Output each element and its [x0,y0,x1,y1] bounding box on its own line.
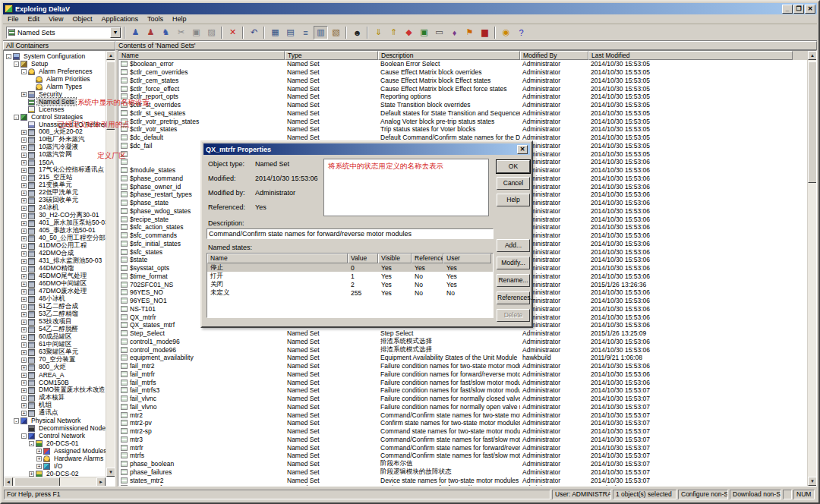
tree-item[interactable]: +10蒸汽管网 [4,151,106,159]
rename-button[interactable]: Rename... [497,274,530,287]
expand-icon[interactable]: + [21,304,27,310]
table-row[interactable]: $ctlr_force_effectNamed SetCause Effect … [118,84,807,93]
table-row[interactable]: control1_mode96Named Set排渣系统模式选择Administ… [118,338,807,346]
tree-item[interactable]: -Setup [4,60,106,68]
table-row[interactable]: $ctlr_cem_overridesNamed SetCause Effect… [118,68,807,77]
expand-icon[interactable]: + [29,471,34,477]
assign-icon[interactable]: ◆ [402,26,416,39]
download-icon[interactable]: ⇓ [371,26,386,39]
expand-icon[interactable]: + [21,358,27,363]
expand-icon[interactable]: + [21,274,27,279]
expand-icon[interactable]: + [36,449,42,454]
table-row[interactable]: $ctlr_cem_statesNamed SetCause Effect Ma… [118,77,807,85]
tree-item[interactable]: -20-DCS-01 [4,439,106,447]
table-row[interactable]: fail_mtrfrNamed SetFailure condition nam… [118,370,807,379]
copy-icon[interactable]: ▣ [189,26,203,39]
paste-icon[interactable]: ▨ [204,26,219,39]
table-row[interactable]: fail_vlvnoNamed SetFailure condition nam… [118,403,807,411]
object-type-combobox[interactable]: Named Sets ▼ [6,27,121,39]
modify-button[interactable]: Modify... [497,257,530,269]
expand-icon[interactable]: + [21,297,27,302]
expand-icon[interactable]: + [21,153,27,158]
expand-icon[interactable]: + [21,236,27,241]
cancel-button[interactable]: Cancel [497,177,530,190]
tree-item[interactable]: -Physical Network [4,417,106,424]
help-button[interactable]: Help [497,194,530,206]
list-vertical-scrollbar[interactable]: ▲ ▼ [807,51,816,486]
menu-item-help[interactable]: Help [168,14,191,24]
help-icon[interactable]: ? [514,26,528,39]
table-row[interactable]: $ctlr_votr_statesNamed SetTrip status st… [118,125,807,134]
expand-icon[interactable]: + [21,380,27,386]
cut-icon[interactable]: ✂ [174,26,188,39]
menu-item-object[interactable]: Object [68,14,96,24]
table-row[interactable]: fail_mtrfsNamed SetFailure condition nam… [118,378,807,386]
table-row[interactable]: mtr2Named SetCommand/Confirm state names… [118,411,807,419]
details-view-icon[interactable]: ▥ [314,26,328,39]
tree-item[interactable]: +成本核算 [4,394,106,402]
expand-icon[interactable]: + [21,266,27,272]
expand-icon[interactable]: + [21,168,27,173]
tree-item[interactable]: +通讯点 [4,409,106,417]
ns-column-referenced[interactable]: Referenced [412,254,443,263]
expand-icon[interactable]: + [21,373,27,378]
named-state-row[interactable]: 打开1YesNoYes [207,272,493,280]
collapse-icon[interactable]: - [21,433,27,439]
collapse-icon[interactable]: - [14,418,19,424]
tree-item[interactable]: +Alarm Priorities [4,75,106,83]
expand-icon[interactable]: + [21,403,27,408]
expand-icon[interactable]: + [21,160,27,165]
tree-item[interactable]: -Alarm Preferences [4,68,106,75]
table-row[interactable]: mtr2-pvNamed SetConfirm state names for … [118,419,807,427]
named-states-table[interactable]: NameValueVisibleReferencedUser Selectabl… [207,253,494,318]
list-view-icon[interactable]: ≡ [298,26,313,39]
expand-icon[interactable]: + [21,198,27,203]
scroll-up-icon[interactable]: ▲ [808,51,817,60]
media-icon[interactable]: ◉ [499,26,513,39]
menu-item-tools[interactable]: Tools [143,14,168,24]
delete-icon[interactable]: ✕ [226,26,240,39]
expand-icon[interactable]: + [21,282,27,287]
tree-item[interactable]: +Hardware Alarms [4,455,106,462]
tree-item[interactable]: +800_火炬 [4,364,106,371]
table-row[interactable]: control_mode96Named Set排渣系统模式选择Administr… [118,345,807,354]
table-row[interactable]: fail_vlvncNamed SetFailure condition nam… [118,395,807,403]
book-icon[interactable]: ▆ [478,26,492,39]
expand-icon[interactable]: + [21,395,27,401]
expand-icon[interactable]: + [21,92,27,97]
table-row[interactable]: $ctlr_st_seq_statesNamed SetDefault stat… [118,109,807,118]
references-button[interactable]: References... [497,291,530,304]
table-row[interactable]: states_mtrfrNamed SetDevice state names … [118,484,807,486]
security-icon[interactable]: ♦ [447,26,462,39]
collapse-icon[interactable]: - [29,441,34,446]
user-icon[interactable]: ☻ [350,26,364,39]
collapse-icon[interactable]: - [14,115,19,120]
named-state-row[interactable]: 关闭2YesNoYes [207,280,493,288]
expand-icon[interactable]: + [21,350,27,355]
tree-item[interactable]: +Assigned Modules [4,447,106,455]
ns-column-value[interactable]: Value [348,254,378,263]
undo-icon[interactable]: ↶ [247,26,261,39]
column-header-description[interactable]: Description [378,51,520,60]
expand-icon[interactable]: + [21,228,27,234]
menu-item-file[interactable]: File [3,14,24,24]
maximize-button[interactable]: ❐ [793,5,804,14]
expand-icon[interactable]: + [21,183,27,188]
ns-column-name[interactable]: Name [207,254,348,263]
large-icons-view-icon[interactable]: ▦ [268,26,282,39]
expand-icon[interactable]: + [21,289,27,295]
upload-icon[interactable]: ⇑ [386,26,401,39]
tree-item[interactable]: +20-DCS-02 [4,470,106,477]
small-icons-view-icon[interactable]: ▤ [283,26,298,39]
table-row[interactable]: $ctlr_votr_pretrip_statesNamed SetAnalog… [118,117,807,125]
scroll-right-icon[interactable]: ► [96,477,106,487]
table-row[interactable]: Step_SelectNamed SetStep SelectAdministr… [118,329,807,338]
close-button[interactable]: ✕ [805,5,815,14]
menu-item-view[interactable]: View [44,14,68,24]
expand-icon[interactable]: + [36,464,42,469]
named-state-row[interactable]: 停止0YesYesYes [207,263,493,272]
table-row[interactable]: phase_failuresNamed Set阶段逻辑模块的故障状态Admini… [118,468,807,477]
column-header-name[interactable]: Name [118,51,285,60]
history-icon[interactable]: ▣ [417,26,431,39]
tree-item[interactable]: -System Configuration [4,52,106,60]
